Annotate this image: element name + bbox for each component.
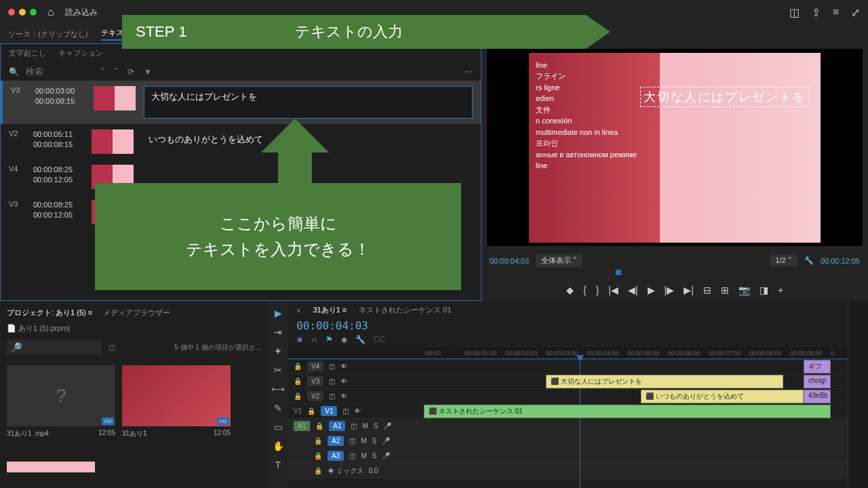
settings-tl-icon[interactable]: ◆ <box>341 335 347 344</box>
marker-icon[interactable]: ◆ <box>566 285 574 296</box>
preview-timecode[interactable]: 00:00:04:03 <box>490 257 529 265</box>
lock-icon[interactable]: 🔒 <box>294 363 302 370</box>
project-search[interactable] <box>7 340 102 354</box>
caption-item[interactable]: V3 00:00:03:0000:00:08:15 大切な人にはプレゼントを <box>1 81 481 124</box>
type-tool-icon[interactable]: T <box>275 460 281 470</box>
rect-tool-icon[interactable]: ▭ <box>274 422 283 432</box>
sequence-tab[interactable]: ネストされたシーケンス 01 <box>359 305 451 315</box>
down-icon[interactable]: ˅ <box>114 67 118 77</box>
track-label: V3 <box>11 86 27 94</box>
transcribe-tab[interactable]: 文字起こし <box>9 48 46 58</box>
link-icon[interactable]: ∩ <box>311 335 317 344</box>
lock-icon[interactable]: 🔒 <box>314 437 322 445</box>
time-ruler[interactable]: :00:0000:00:01:0000:00:02:0000:00:03:000… <box>288 347 848 359</box>
snap-icon[interactable]: ⋇ <box>296 335 303 344</box>
toggle-icon[interactable]: ◫ <box>329 363 335 370</box>
tool-palette: ▶ ⇥ ✦ ✂ ⟷ ✎ ▭ ✋ T <box>268 301 288 488</box>
preview-content: lineフラインrs ligneedien文件n conexiónmultime… <box>536 60 814 171</box>
add-icon[interactable]: + <box>778 285 783 296</box>
transport-controls: ◆ { } |◀ ◀| ▶ |▶ ▶| ⊟ ⊞ 📷 ◨ + <box>481 279 868 301</box>
hand-tool-icon[interactable]: ✋ <box>273 441 284 451</box>
search-icon[interactable]: 🔍 <box>9 67 19 77</box>
lock-icon[interactable]: 🔒 <box>314 467 322 474</box>
audio-meters <box>848 301 868 488</box>
project-panel: プロジェクト: あり1 (5) ≡ メディアブラウザー 📄 あり1 (5).pr… <box>0 301 268 488</box>
share-icon[interactable]: ⇪ <box>812 6 821 19</box>
caption-item[interactable]: V2 00:00:05:1100:00:08:15 いつものありがとうを込めて <box>1 124 481 159</box>
ripple-tool-icon[interactable]: ✦ <box>274 346 282 357</box>
minimize-icon[interactable] <box>19 9 26 16</box>
fullscreen-icon[interactable]: ⤢ <box>851 6 860 19</box>
mic-icon[interactable]: 🎤 <box>383 422 391 430</box>
project-item[interactable]: HD 31あり112:05 <box>122 365 231 441</box>
timeline-clip[interactable]: choigi <box>804 375 831 388</box>
wrench-tl-icon[interactable]: 🔧 <box>355 335 366 344</box>
extract-icon[interactable]: ⊞ <box>721 285 729 296</box>
more-icon[interactable]: ⋯ <box>465 67 473 77</box>
program-monitor: lineフラインrs ligneedien文件n conexiónmultime… <box>481 43 868 301</box>
search-input[interactable] <box>26 66 94 77</box>
track-select-icon[interactable]: ⇥ <box>274 327 282 338</box>
out-icon[interactable]: } <box>596 285 599 296</box>
project-item[interactable]: ?HD 31あり1 .mp412:05 <box>7 365 115 441</box>
lock-icon[interactable]: 🔒 <box>294 392 302 400</box>
lock-icon[interactable]: 🔒 <box>315 422 323 430</box>
mix-label: ◈ ミックス <box>328 466 363 476</box>
zoom-select[interactable]: 1/2 ˅ <box>770 255 797 266</box>
goto-out-icon[interactable]: ▶| <box>684 285 694 296</box>
lock-icon[interactable]: 🔒 <box>314 452 322 460</box>
wrench-icon[interactable]: 🔧 <box>804 256 814 265</box>
media-browser-tab[interactable]: メディアブラウザー <box>103 308 170 318</box>
import-label[interactable]: 読み込み <box>65 7 98 18</box>
caption-thumb <box>92 129 134 154</box>
sequence-tab[interactable]: 31あり1 ≡ <box>313 305 347 315</box>
in-icon[interactable]: { <box>583 285 587 296</box>
lock-icon[interactable]: 🔒 <box>307 407 315 415</box>
maximize-icon[interactable] <box>30 9 37 16</box>
camera-icon[interactable]: 📷 <box>738 285 750 296</box>
compare-icon[interactable]: ◨ <box>760 285 768 296</box>
goto-in-icon[interactable]: |◀ <box>608 285 618 296</box>
caption-tab[interactable]: キャプション <box>58 48 103 58</box>
razor-tool-icon[interactable]: ✂ <box>274 365 282 375</box>
filter-icon[interactable]: ▼ <box>144 67 152 77</box>
svg-marker-0 <box>261 119 329 186</box>
eye-icon[interactable]: 👁 <box>340 363 347 370</box>
up-icon[interactable]: ˄ <box>100 67 104 77</box>
lift-icon[interactable]: ⊟ <box>703 285 711 296</box>
home-icon[interactable]: ⌂ <box>47 6 54 18</box>
timeline-clip[interactable]: ギフ <box>804 360 831 373</box>
step-fwd-icon[interactable]: |▶ <box>665 285 675 296</box>
timeline-clip[interactable]: ⬛ いつものありがとうを込めて <box>641 390 804 403</box>
preview-area[interactable]: lineフラインrs ligneedien文件n conexiónmultime… <box>487 49 863 246</box>
refresh-icon[interactable]: ⟳ <box>127 67 134 77</box>
timeline-clip[interactable]: ⬛ 大切な人にはプレゼントを <box>546 375 783 388</box>
project-tab[interactable]: プロジェクト: あり1 (5) ≡ <box>7 308 92 318</box>
window-controls[interactable] <box>8 9 37 16</box>
selection-tool-icon[interactable]: ▶ <box>275 308 282 319</box>
caption-text-input[interactable]: 大切な人にはプレゼントを <box>144 86 473 119</box>
preview-text-overlay[interactable]: 大切な人にはプレゼントを <box>640 87 810 107</box>
project-file: 📄 あり1 (5).prproj <box>7 324 70 332</box>
source-tab[interactable]: ソース：(クリップなし) <box>8 29 87 39</box>
caption-thumb <box>94 86 136 110</box>
step-back-icon[interactable]: ◀| <box>628 285 638 296</box>
slip-tool-icon[interactable]: ⟷ <box>271 384 285 394</box>
timeline-clip[interactable]: 43eBb <box>804 390 831 403</box>
marker-tl-icon[interactable]: ⚑ <box>326 335 333 344</box>
panel-icon[interactable]: ◫ <box>789 6 800 19</box>
timeline-tracks[interactable]: 🔒V4◫👁 🔒V3◫👁 🔒V2◫👁 V1🔒V1◫👁 A1🔒A1◫MS🎤 🔒A2◫… <box>288 359 848 488</box>
bin-icon[interactable]: ◫ <box>108 343 115 352</box>
timeline-timecode[interactable]: 00:00:04:03 <box>288 319 848 332</box>
selected-strip <box>7 462 95 472</box>
lock-icon[interactable]: 🔒 <box>294 378 302 385</box>
timeline-clip[interactable]: ⬛ ネストされたシーケンス 01 <box>424 405 831 418</box>
menu-icon[interactable]: ≡ <box>833 6 839 19</box>
selection-status: 5 個中 1 個の項目が選択さ... <box>174 343 261 352</box>
close-icon[interactable] <box>8 9 15 16</box>
play-icon[interactable]: ▶ <box>648 285 655 296</box>
preview-duration: 00:00:12:05 <box>821 257 860 265</box>
fit-select[interactable]: 全体表示 ˅ <box>536 254 583 267</box>
pen-tool-icon[interactable]: ✎ <box>274 403 282 413</box>
cc-icon[interactable]: CC <box>374 335 385 344</box>
